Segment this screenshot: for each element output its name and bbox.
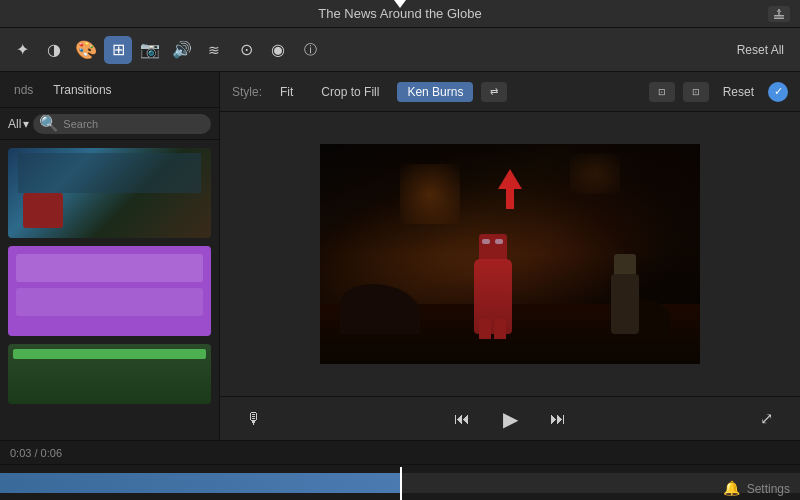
timeline-playhead[interactable] [400,467,402,500]
tab-sounds[interactable]: nds [8,79,39,101]
color-wheel-icon[interactable]: 🎨 [72,36,100,64]
current-time: 0:03 / 0:06 [10,447,62,459]
media-item[interactable] [8,246,211,336]
volume-icon[interactable]: 🔔 [723,480,740,496]
export-button[interactable] [768,6,790,22]
confirm-button[interactable]: ✓ [768,82,788,102]
play-button[interactable]: ▶ [496,405,524,433]
fit-icon[interactable]: ⊡ [649,82,675,102]
settings-button[interactable]: Settings [747,482,790,496]
audio-icon[interactable]: 🔊 [168,36,196,64]
timeline-track[interactable]: 🔔 Settings [0,465,800,500]
360-icon[interactable]: ◉ [264,36,292,64]
timeline-header: 0:03 / 0:06 [0,441,800,465]
mic-button[interactable]: 🎙 [240,405,268,433]
window-title: The News Around the Globe [318,6,481,21]
fullscreen-button[interactable]: ⤢ [752,405,780,433]
info-icon[interactable]: ⓘ [296,36,324,64]
crop-icon-small[interactable]: ⊡ [683,82,709,102]
sidebar-tabs: nds Transitions [0,72,219,108]
timeline-fill [0,473,400,493]
magic-wand-icon[interactable]: ✦ [8,36,36,64]
reset-all-button[interactable]: Reset All [729,39,792,61]
sidebar-content [0,140,219,440]
export-icon [773,8,785,20]
ken-burns-button[interactable]: Ken Burns [397,82,473,102]
style-bar: Style: Fit Crop to Fill Ken Burns ⇄ ⊡ ⊡ … [220,72,800,112]
tab-transitions[interactable]: Transitions [47,79,117,101]
color-balance-icon[interactable]: ◑ [40,36,68,64]
video-preview [220,112,800,396]
reset-button[interactable]: Reset [717,83,760,101]
prev-button[interactable]: ⏮ [448,405,476,433]
style-label: Style: [232,85,262,99]
search-icon: 🔍 [39,114,59,133]
fit-button[interactable]: Fit [270,82,303,102]
arrow-stem [506,189,514,209]
next-button[interactable]: ⏭ [544,405,572,433]
media-item[interactable] [8,344,211,404]
svg-rect-3 [774,17,784,19]
crop-icon[interactable]: ⊞ [104,36,132,64]
swap-icon[interactable]: ⇄ [481,82,507,102]
playback-controls: 🎙 ⏮ ▶ ⏭ ⤢ [220,396,800,440]
search-placeholder: Search [63,118,98,130]
video-frame [320,144,700,364]
crop-to-fill-button[interactable]: Crop to Fill [311,82,389,102]
speed-icon[interactable]: ≋ [200,36,228,64]
media-item[interactable] [8,148,211,238]
arrow-indicator [498,169,522,209]
camera-icon[interactable]: 📷 [136,36,164,64]
svg-rect-0 [774,15,784,17]
search-bar: All ▾ 🔍 Search [0,108,219,140]
toolbar: ✦ ◑ 🎨 ⊞ 📷 🔊 ≋ ⊙ ◉ ⓘ Reset All [0,28,800,72]
sidebar: nds Transitions All ▾ 🔍 Search [0,72,220,440]
arrow-up [498,169,522,189]
search-box[interactable]: 🔍 Search [33,114,211,134]
playhead-marker [394,0,406,8]
all-filter[interactable]: All ▾ [8,117,29,131]
stabilize-icon[interactable]: ⊙ [232,36,260,64]
timeline: 0:03 / 0:06 🔔 Settings [0,440,800,500]
right-panel: Style: Fit Crop to Fill Ken Burns ⇄ ⊡ ⊡ … [220,72,800,440]
main-content: nds Transitions All ▾ 🔍 Search Style: Fi… [0,72,800,440]
